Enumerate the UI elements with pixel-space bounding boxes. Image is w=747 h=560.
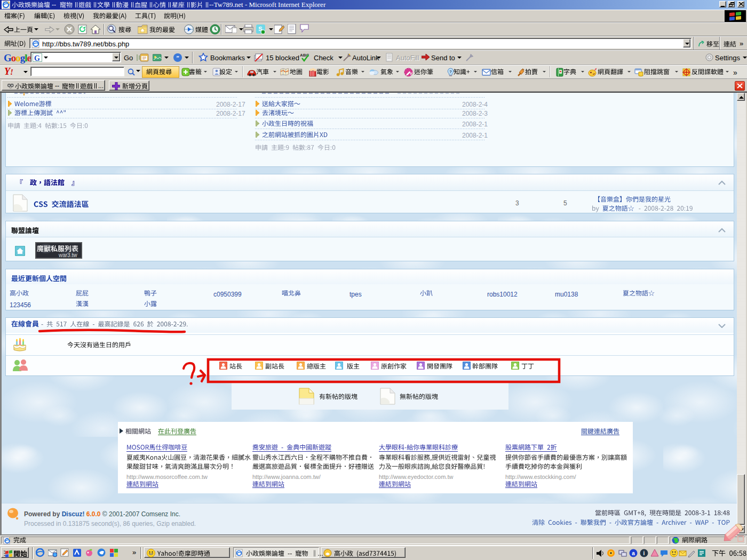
svg-text:?: ?: [449, 69, 452, 74]
svg-text:i: i: [643, 550, 645, 556]
svg-text:a: a: [632, 550, 635, 556]
svg-text:”: ”: [176, 54, 179, 61]
svg-text:Y: Y: [410, 72, 412, 76]
